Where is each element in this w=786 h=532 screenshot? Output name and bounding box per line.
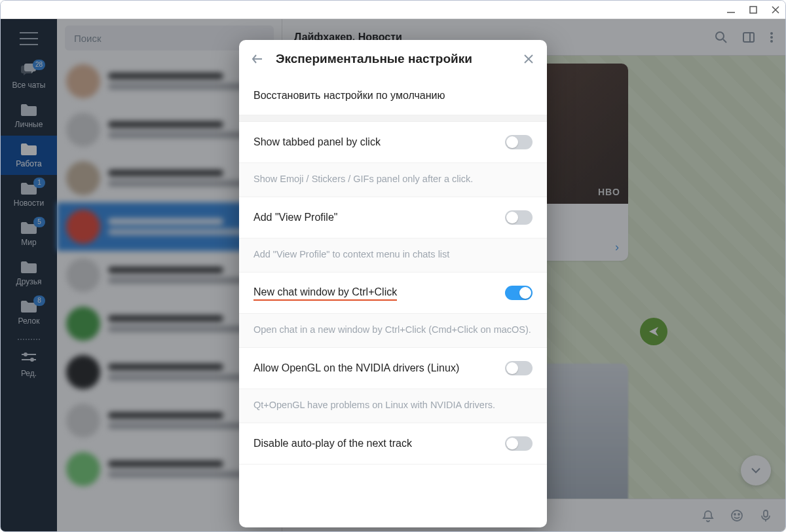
chevron-right-icon[interactable]: › — [615, 240, 619, 254]
svg-point-17 — [738, 514, 739, 515]
toggle-switch[interactable] — [505, 436, 533, 451]
rail-label: Мир — [21, 238, 36, 247]
rail-label: Личные — [15, 120, 43, 129]
rail-item-news[interactable]: 1 Новости — [1, 175, 57, 214]
setting-label: New chat window by Ctrl+Click — [253, 286, 505, 299]
modal-header: Экспериментальные настройки — [239, 40, 547, 77]
folder-icon — [20, 260, 37, 275]
setting-opengl-nvidia[interactable]: Allow OpenGL on the NVIDIA drivers (Linu… — [239, 348, 547, 389]
setting-description: Qt+OpenGL have problems on Linux with NV… — [239, 389, 547, 423]
scroll-down-button[interactable] — [741, 455, 771, 485]
mute-icon[interactable] — [702, 509, 715, 522]
app-window: 28 Все чаты Личные Работа 1 Новости — [0, 0, 786, 532]
svg-line-9 — [723, 39, 726, 43]
microphone-icon[interactable] — [759, 509, 772, 522]
setting-label: Add "View Profile" — [253, 212, 505, 223]
chats-icon: 28 — [20, 64, 37, 78]
svg-point-16 — [734, 514, 736, 515]
toggle-switch[interactable] — [505, 286, 533, 300]
rail-item-relok[interactable]: 8 Релок — [1, 293, 57, 332]
rail-item-world[interactable]: 5 Мир — [1, 214, 57, 254]
svg-rect-1 — [750, 7, 757, 13]
svg-point-7 — [30, 358, 34, 362]
rail-label: Ред. — [21, 369, 37, 378]
setting-description: Open chat in a new window by Ctrl+Click … — [239, 314, 547, 348]
rail-item-work[interactable]: Работа — [1, 136, 57, 175]
setting-new-chat-window[interactable]: New chat window by Ctrl+Click — [239, 273, 547, 314]
rail-item-edit[interactable]: Ред. — [1, 345, 57, 385]
badge: 5 — [33, 217, 45, 227]
search-icon[interactable] — [715, 31, 728, 44]
setting-tabbed-panel[interactable]: Show tabbed panel by click — [239, 122, 547, 163]
folder-icon — [20, 103, 37, 117]
rail-label: Друзья — [16, 277, 42, 286]
rail-item-personal[interactable]: Личные — [1, 96, 57, 136]
close-icon[interactable] — [523, 54, 534, 64]
folder-icon: 1 — [20, 181, 37, 196]
folder-rail: 28 Все чаты Личные Работа 1 Новости — [1, 19, 57, 531]
folder-icon: 5 — [20, 221, 37, 235]
svg-point-13 — [770, 36, 773, 39]
badge: 8 — [33, 295, 45, 306]
watermark: HBO — [598, 187, 620, 197]
toggle-switch[interactable] — [505, 135, 533, 149]
svg-rect-10 — [743, 33, 754, 42]
back-icon[interactable] — [251, 52, 264, 66]
svg-point-5 — [24, 352, 28, 356]
svg-point-14 — [770, 40, 773, 43]
toggle-switch[interactable] — [505, 210, 533, 225]
modal-title: Экспериментальные настройки — [276, 52, 512, 66]
rail-separator — [18, 336, 40, 343]
setting-label: Show tabbed panel by click — [253, 136, 505, 148]
modal-body[interactable]: Восстановить настройки по умолчанию Show… — [239, 77, 547, 527]
folder-icon — [20, 142, 37, 157]
rail-label: Работа — [16, 159, 42, 168]
experimental-settings-modal: Экспериментальные настройки Восстановить… — [239, 40, 547, 527]
setting-description: Show Emoji / Stickers / GIFs panel only … — [239, 163, 547, 197]
svg-point-12 — [770, 32, 773, 35]
setting-label: Disable auto-play of the next track — [253, 438, 505, 449]
folder-icon: 8 — [20, 299, 37, 314]
share-button[interactable] — [640, 318, 667, 345]
toggle-switch[interactable] — [505, 361, 533, 375]
setting-view-profile[interactable]: Add "View Profile" — [239, 197, 547, 238]
window-maximize-icon[interactable] — [749, 5, 758, 14]
setting-description: Add "View Profile" to context menu in ch… — [239, 238, 547, 273]
rail-label: Релок — [18, 316, 40, 326]
rail-label: Все чаты — [12, 81, 46, 90]
rail-label: Новости — [14, 199, 44, 208]
setting-label: Allow OpenGL on the NVIDIA drivers (Linu… — [253, 362, 505, 374]
restore-defaults-row[interactable]: Восстановить настройки по умолчанию — [239, 77, 547, 115]
window-minimize-icon[interactable] — [726, 5, 736, 14]
setting-disable-autoplay[interactable]: Disable auto-play of the next track — [239, 423, 547, 465]
badge: 28 — [33, 60, 45, 70]
badge: 1 — [33, 178, 45, 188]
svg-point-15 — [732, 510, 742, 521]
sidebar-icon[interactable] — [742, 31, 755, 44]
menu-icon[interactable] — [20, 32, 38, 45]
more-icon[interactable] — [770, 31, 774, 44]
section-gap — [239, 115, 547, 122]
svg-rect-18 — [764, 510, 768, 517]
sliders-icon — [20, 352, 37, 366]
emoji-icon[interactable] — [730, 509, 743, 522]
window-close-icon[interactable] — [771, 5, 780, 14]
svg-point-8 — [716, 32, 724, 40]
rail-item-friends[interactable]: Друзья — [1, 254, 57, 293]
window-titlebar — [1, 1, 785, 19]
rail-item-all-chats[interactable]: 28 Все чаты — [1, 57, 57, 96]
